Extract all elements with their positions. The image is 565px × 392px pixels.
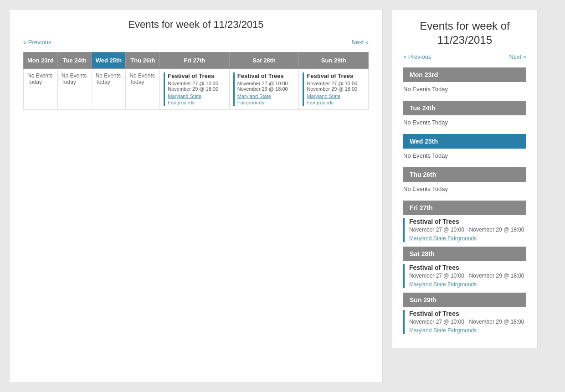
right-day-section: Wed 25thNo Events Today [403,134,526,164]
left-panel-title: Events for week of 11/23/2015 [23,19,369,31]
event-title: Festival of Trees [307,72,365,79]
left-day-header: Mon 23rd [24,52,58,69]
right-event-location-link[interactable]: Maryland State Fairgrounds [409,235,477,242]
right-event-location-link[interactable]: Maryland State Fairgrounds [409,281,477,288]
left-day-header: Thu 26th [126,52,160,69]
left-day-header: Tue 24th [57,52,92,69]
event-time: November 27 @ 10:00 - November 29 @ 18:0… [237,81,295,92]
event-card: Festival of TreesNovember 27 @ 10:00 - N… [303,72,365,106]
event-title: Festival of Trees [168,72,226,79]
right-day-header: Mon 23rd [403,67,526,82]
event-title: Festival of Trees [237,72,295,79]
no-events-label: No Events Today [96,72,121,85]
left-day-header: Sun 29th [299,52,369,69]
right-day-section: Fri 27thFestival of TreesNovember 27 @ 1… [403,201,526,242]
right-no-events-label: No Events Today [403,85,526,97]
left-day-header: Sat 28th [229,52,299,69]
right-nav-row: « Previous Next » [403,53,526,60]
right-event-time: November 27 @ 10:00 - November 29 @ 18:0… [409,227,526,233]
right-day-header: Sun 29th [403,293,526,307]
left-panel: Events for week of 11/23/2015 « Previous… [9,9,383,383]
right-event-title: Festival of Trees [409,218,526,225]
right-day-section: Thu 26thNo Events Today [403,167,526,197]
right-next-link[interactable]: Next » [509,53,526,60]
right-day-section: Mon 23rdNo Events Today [403,67,526,97]
no-events-label: No Events Today [129,72,154,85]
event-time: November 27 @ 10:00 - November 29 @ 18:0… [168,81,226,92]
left-prev-link[interactable]: « Previous [23,39,51,46]
left-day-cell: No Events Today [92,69,126,110]
right-day-header: Thu 26th [403,167,526,182]
right-event-time: November 27 @ 10:00 - November 29 @ 18:0… [409,273,526,279]
right-no-events-label: No Events Today [403,151,526,164]
right-day-section: Tue 24thNo Events Today [403,101,526,130]
event-location-link[interactable]: Maryland State Fairgrounds [237,93,271,105]
right-event-card: Festival of TreesNovember 27 @ 10:00 - N… [403,264,526,288]
no-events-label: No Events Today [27,72,52,85]
right-days-container: Mon 23rdNo Events TodayTue 24thNo Events… [403,67,526,334]
right-no-events-label: No Events Today [403,118,526,130]
right-day-header: Wed 25th [403,134,526,149]
right-event-card: Festival of TreesNovember 27 @ 10:00 - N… [403,218,526,242]
left-day-cell: No Events Today [24,69,58,110]
left-day-cell: No Events Today [126,69,160,110]
week-table: Mon 23rdTue 24thWed 25thThu 26thFri 27th… [23,52,369,110]
no-events-label: No Events Today [62,72,87,85]
left-day-header: Wed 25th [92,52,126,69]
right-event-location-link[interactable]: Maryland State Fairgrounds [409,327,477,334]
left-next-link[interactable]: Next » [351,39,369,46]
right-day-header: Fri 27th [403,201,526,215]
right-event-time: November 27 @ 10:00 - November 29 @ 18:0… [409,319,526,325]
left-day-cell: Festival of TreesNovember 27 @ 10:00 - N… [160,69,230,110]
right-day-header: Tue 24th [403,101,526,115]
right-no-events-label: No Events Today [403,185,526,197]
right-event-card: Festival of TreesNovember 27 @ 10:00 - N… [403,310,526,334]
right-prev-link[interactable]: « Previous [403,53,431,60]
left-nav-row: « Previous Next » [23,39,369,46]
event-card: Festival of TreesNovember 27 @ 10:00 - N… [233,72,295,106]
right-panel: Events for week of 11/23/2015 « Previous… [392,9,538,348]
right-event-title: Festival of Trees [409,264,526,271]
left-day-header: Fri 27th [160,52,230,69]
event-card: Festival of TreesNovember 27 @ 10:00 - N… [164,72,226,106]
right-day-section: Sat 28thFestival of TreesNovember 27 @ 1… [403,247,526,288]
right-event-title: Festival of Trees [409,310,526,317]
event-location-link[interactable]: Maryland State Fairgrounds [307,93,340,105]
event-time: November 27 @ 10:00 - November 29 @ 18:0… [307,81,365,92]
right-day-header: Sat 28th [403,247,526,261]
left-day-cell: No Events Today [57,69,92,110]
event-location-link[interactable]: Maryland State Fairgrounds [168,93,201,105]
left-day-cell: Festival of TreesNovember 27 @ 10:00 - N… [299,69,369,110]
left-day-cell: Festival of TreesNovember 27 @ 10:00 - N… [229,69,299,110]
right-panel-title: Events for week of 11/23/2015 [403,19,526,47]
right-day-section: Sun 29thFestival of TreesNovember 27 @ 1… [403,293,526,334]
